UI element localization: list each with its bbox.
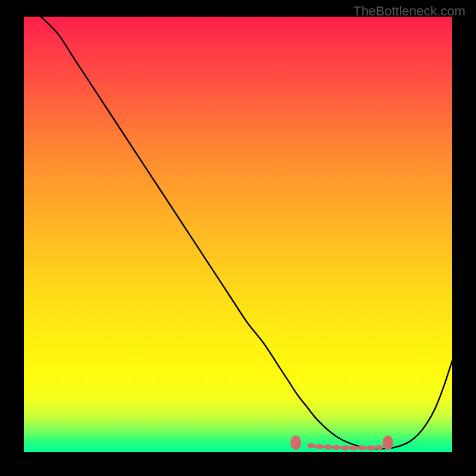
marker-dash bbox=[313, 444, 317, 447]
marker-dot bbox=[376, 444, 383, 450]
bottleneck-curve bbox=[41, 17, 452, 449]
marker-dash bbox=[322, 445, 325, 448]
marker-dot bbox=[316, 444, 323, 449]
marker-dot bbox=[350, 445, 357, 450]
marker-dot bbox=[333, 444, 340, 450]
chart-plot-area bbox=[24, 17, 452, 452]
marker-dash bbox=[365, 446, 368, 449]
marker-dot bbox=[342, 445, 349, 450]
chart-svg bbox=[24, 17, 452, 452]
marker-dash bbox=[339, 446, 343, 449]
marker-dot bbox=[324, 444, 331, 450]
marker-dot bbox=[307, 443, 314, 449]
marker-dot bbox=[359, 445, 366, 450]
optimal-range-markers bbox=[290, 436, 393, 450]
marker-dot bbox=[290, 436, 301, 450]
marker-dash bbox=[373, 446, 377, 449]
marker-dash bbox=[356, 446, 359, 449]
marker-dash bbox=[347, 446, 351, 449]
watermark-text: TheBottleneck.com bbox=[353, 4, 465, 19]
marker-dot bbox=[383, 436, 393, 450]
marker-dash bbox=[330, 446, 334, 449]
marker-dot bbox=[367, 445, 374, 450]
